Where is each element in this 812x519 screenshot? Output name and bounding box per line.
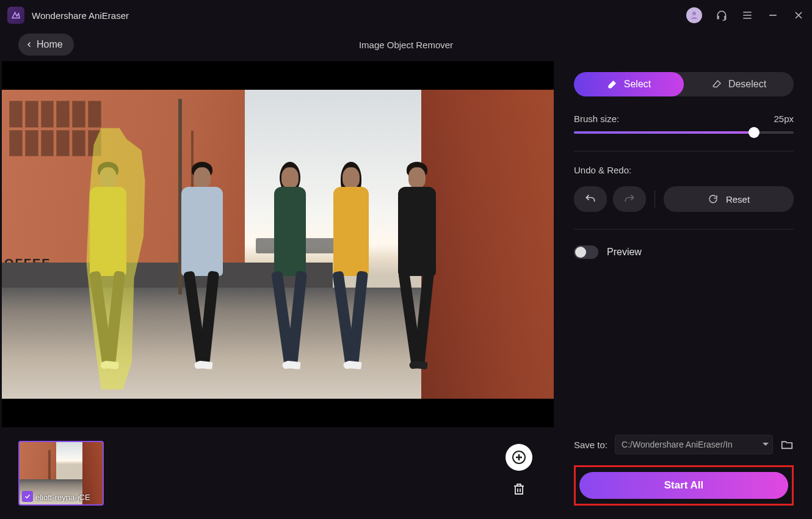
- deselect-tool-button[interactable]: Deselect: [684, 72, 794, 96]
- home-label: Home: [37, 39, 63, 50]
- app-title: Wondershare AniEraser: [32, 10, 129, 21]
- undo-icon: [584, 193, 596, 205]
- brush-icon: [607, 79, 618, 90]
- start-all-label: Start All: [664, 479, 704, 492]
- app-logo: [7, 7, 24, 24]
- preview-label: Preview: [607, 247, 642, 258]
- save-to-label: Save to:: [574, 440, 607, 450]
- page-title: Image Object Remover: [359, 40, 453, 50]
- thumbnail-checkbox[interactable]: [22, 491, 33, 502]
- home-button[interactable]: Home: [18, 34, 74, 56]
- slider-thumb[interactable]: [749, 127, 759, 138]
- tool-mode-segment: Select Deselect: [574, 72, 794, 96]
- reset-icon: [708, 194, 719, 205]
- folder-browse-icon[interactable]: [780, 438, 794, 451]
- save-path-value: C:/Wondershare AniEraser/In: [622, 440, 733, 449]
- redo-icon: [623, 193, 636, 205]
- select-tool-button[interactable]: Select: [574, 72, 684, 96]
- save-path-dropdown[interactable]: C:/Wondershare AniEraser/In: [615, 435, 773, 454]
- start-highlight-frame: Start All: [574, 465, 794, 506]
- undo-redo-label: Undo & Redo:: [574, 165, 631, 175]
- deselect-label: Deselect: [728, 79, 766, 90]
- editor-canvas[interactable]: OFFEE: [2, 61, 554, 427]
- redo-button[interactable]: [613, 186, 646, 212]
- reset-label: Reset: [726, 194, 750, 205]
- chevron-left-icon: [26, 40, 33, 49]
- plus-circle-icon: [512, 450, 526, 465]
- delete-image-button[interactable]: [506, 476, 532, 503]
- undo-button[interactable]: [574, 186, 607, 212]
- support-headset-icon[interactable]: [716, 9, 728, 21]
- thumbnail-filename: eliott-reyna-jCE: [35, 493, 100, 502]
- brush-size-slider[interactable]: [574, 131, 794, 134]
- window-minimize-icon[interactable]: [767, 9, 779, 21]
- add-image-button[interactable]: [506, 444, 532, 471]
- hamburger-menu-icon[interactable]: [741, 9, 753, 21]
- check-icon: [24, 493, 31, 500]
- brush-size-value: 25px: [774, 114, 794, 124]
- brush-size-label: Brush size:: [574, 114, 619, 124]
- eraser-icon: [711, 79, 722, 90]
- start-all-button[interactable]: Start All: [579, 472, 788, 499]
- reset-button[interactable]: Reset: [664, 186, 794, 212]
- image-thumbnail[interactable]: eliott-reyna-jCE: [18, 441, 104, 506]
- window-close-icon[interactable]: [792, 9, 805, 21]
- select-label: Select: [624, 79, 651, 90]
- preview-toggle[interactable]: [574, 245, 598, 259]
- user-avatar-icon[interactable]: [686, 7, 702, 23]
- svg-point-0: [692, 12, 696, 15]
- trash-icon: [512, 482, 526, 496]
